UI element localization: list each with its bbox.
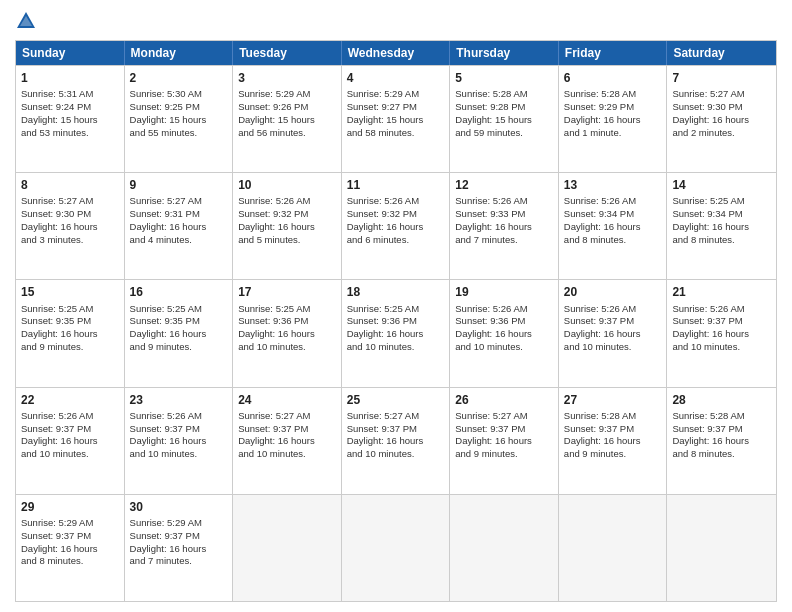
day-number: 13 bbox=[564, 177, 662, 193]
calendar-cell: 4Sunrise: 5:29 AMSunset: 9:27 PMDaylight… bbox=[342, 66, 451, 172]
day-number: 30 bbox=[130, 499, 228, 515]
calendar-cell: 10Sunrise: 5:26 AMSunset: 9:32 PMDayligh… bbox=[233, 173, 342, 279]
day-info: Sunset: 9:30 PM bbox=[21, 208, 119, 221]
day-info: Sunset: 9:36 PM bbox=[238, 315, 336, 328]
day-info: and 10 minutes. bbox=[238, 448, 336, 461]
day-number: 10 bbox=[238, 177, 336, 193]
day-info: Sunrise: 5:26 AM bbox=[672, 303, 771, 316]
day-info: Sunset: 9:28 PM bbox=[455, 101, 553, 114]
day-info: Sunset: 9:34 PM bbox=[672, 208, 771, 221]
day-info: Sunset: 9:36 PM bbox=[455, 315, 553, 328]
day-info: Daylight: 16 hours bbox=[130, 543, 228, 556]
day-info: and 58 minutes. bbox=[347, 127, 445, 140]
header-friday: Friday bbox=[559, 41, 668, 65]
calendar-cell bbox=[667, 495, 776, 601]
header bbox=[15, 10, 777, 32]
day-info: and 10 minutes. bbox=[564, 341, 662, 354]
calendar-cell: 19Sunrise: 5:26 AMSunset: 9:36 PMDayligh… bbox=[450, 280, 559, 386]
day-info: Daylight: 15 hours bbox=[130, 114, 228, 127]
day-info: Sunset: 9:37 PM bbox=[21, 530, 119, 543]
logo-icon bbox=[15, 10, 37, 32]
day-number: 19 bbox=[455, 284, 553, 300]
day-info: Daylight: 15 hours bbox=[21, 114, 119, 127]
day-info: Sunset: 9:27 PM bbox=[347, 101, 445, 114]
day-info: Sunrise: 5:30 AM bbox=[130, 88, 228, 101]
day-info: Sunset: 9:31 PM bbox=[130, 208, 228, 221]
day-info: Sunrise: 5:26 AM bbox=[21, 410, 119, 423]
day-info: Sunrise: 5:27 AM bbox=[455, 410, 553, 423]
day-number: 6 bbox=[564, 70, 662, 86]
calendar-cell: 16Sunrise: 5:25 AMSunset: 9:35 PMDayligh… bbox=[125, 280, 234, 386]
calendar-cell: 11Sunrise: 5:26 AMSunset: 9:32 PMDayligh… bbox=[342, 173, 451, 279]
day-info: and 10 minutes. bbox=[347, 341, 445, 354]
day-info: Sunset: 9:29 PM bbox=[564, 101, 662, 114]
day-number: 29 bbox=[21, 499, 119, 515]
day-info: Sunrise: 5:26 AM bbox=[130, 410, 228, 423]
calendar-cell: 6Sunrise: 5:28 AMSunset: 9:29 PMDaylight… bbox=[559, 66, 668, 172]
calendar-cell: 22Sunrise: 5:26 AMSunset: 9:37 PMDayligh… bbox=[16, 388, 125, 494]
calendar-cell: 14Sunrise: 5:25 AMSunset: 9:34 PMDayligh… bbox=[667, 173, 776, 279]
day-number: 4 bbox=[347, 70, 445, 86]
day-info: and 10 minutes. bbox=[455, 341, 553, 354]
day-info: Daylight: 16 hours bbox=[238, 221, 336, 234]
day-info: and 9 minutes. bbox=[21, 341, 119, 354]
day-info: Sunset: 9:37 PM bbox=[455, 423, 553, 436]
calendar-cell: 30Sunrise: 5:29 AMSunset: 9:37 PMDayligh… bbox=[125, 495, 234, 601]
day-info: Sunset: 9:37 PM bbox=[564, 315, 662, 328]
calendar-cell: 26Sunrise: 5:27 AMSunset: 9:37 PMDayligh… bbox=[450, 388, 559, 494]
day-info: and 4 minutes. bbox=[130, 234, 228, 247]
calendar-cell: 5Sunrise: 5:28 AMSunset: 9:28 PMDaylight… bbox=[450, 66, 559, 172]
day-number: 9 bbox=[130, 177, 228, 193]
day-number: 28 bbox=[672, 392, 771, 408]
day-info: and 3 minutes. bbox=[21, 234, 119, 247]
day-info: Daylight: 15 hours bbox=[347, 114, 445, 127]
day-info: Daylight: 16 hours bbox=[672, 328, 771, 341]
day-info: and 10 minutes. bbox=[238, 341, 336, 354]
day-info: Sunset: 9:37 PM bbox=[21, 423, 119, 436]
calendar-row: 15Sunrise: 5:25 AMSunset: 9:35 PMDayligh… bbox=[16, 279, 776, 386]
day-info: and 9 minutes. bbox=[455, 448, 553, 461]
day-info: Sunset: 9:24 PM bbox=[21, 101, 119, 114]
day-info: Sunrise: 5:28 AM bbox=[564, 88, 662, 101]
day-number: 5 bbox=[455, 70, 553, 86]
day-info: and 2 minutes. bbox=[672, 127, 771, 140]
day-number: 8 bbox=[21, 177, 119, 193]
day-info: Daylight: 16 hours bbox=[21, 221, 119, 234]
day-info: and 8 minutes. bbox=[564, 234, 662, 247]
day-info: Sunset: 9:37 PM bbox=[564, 423, 662, 436]
day-info: and 8 minutes. bbox=[672, 448, 771, 461]
day-number: 1 bbox=[21, 70, 119, 86]
day-info: Sunrise: 5:29 AM bbox=[130, 517, 228, 530]
day-number: 11 bbox=[347, 177, 445, 193]
day-number: 12 bbox=[455, 177, 553, 193]
day-info: Daylight: 16 hours bbox=[21, 543, 119, 556]
day-info: Sunset: 9:26 PM bbox=[238, 101, 336, 114]
day-info: Sunset: 9:35 PM bbox=[130, 315, 228, 328]
calendar-cell: 23Sunrise: 5:26 AMSunset: 9:37 PMDayligh… bbox=[125, 388, 234, 494]
day-info: Sunset: 9:37 PM bbox=[672, 423, 771, 436]
day-info: Sunrise: 5:27 AM bbox=[130, 195, 228, 208]
calendar-row: 8Sunrise: 5:27 AMSunset: 9:30 PMDaylight… bbox=[16, 172, 776, 279]
day-info: Sunset: 9:37 PM bbox=[672, 315, 771, 328]
calendar-row: 29Sunrise: 5:29 AMSunset: 9:37 PMDayligh… bbox=[16, 494, 776, 601]
header-sunday: Sunday bbox=[16, 41, 125, 65]
day-info: Sunset: 9:34 PM bbox=[564, 208, 662, 221]
day-info: Sunrise: 5:29 AM bbox=[238, 88, 336, 101]
day-info: Daylight: 16 hours bbox=[564, 435, 662, 448]
logo bbox=[15, 10, 41, 32]
calendar-row: 1Sunrise: 5:31 AMSunset: 9:24 PMDaylight… bbox=[16, 65, 776, 172]
day-number: 17 bbox=[238, 284, 336, 300]
day-info: Sunrise: 5:27 AM bbox=[238, 410, 336, 423]
day-info: Daylight: 16 hours bbox=[347, 328, 445, 341]
day-info: Sunrise: 5:26 AM bbox=[564, 303, 662, 316]
day-info: and 7 minutes. bbox=[455, 234, 553, 247]
day-info: Sunrise: 5:26 AM bbox=[347, 195, 445, 208]
calendar-row: 22Sunrise: 5:26 AMSunset: 9:37 PMDayligh… bbox=[16, 387, 776, 494]
day-info: Sunrise: 5:25 AM bbox=[238, 303, 336, 316]
header-tuesday: Tuesday bbox=[233, 41, 342, 65]
day-number: 21 bbox=[672, 284, 771, 300]
day-info: Sunrise: 5:29 AM bbox=[21, 517, 119, 530]
day-number: 14 bbox=[672, 177, 771, 193]
day-info: and 7 minutes. bbox=[130, 555, 228, 568]
day-info: and 10 minutes. bbox=[672, 341, 771, 354]
